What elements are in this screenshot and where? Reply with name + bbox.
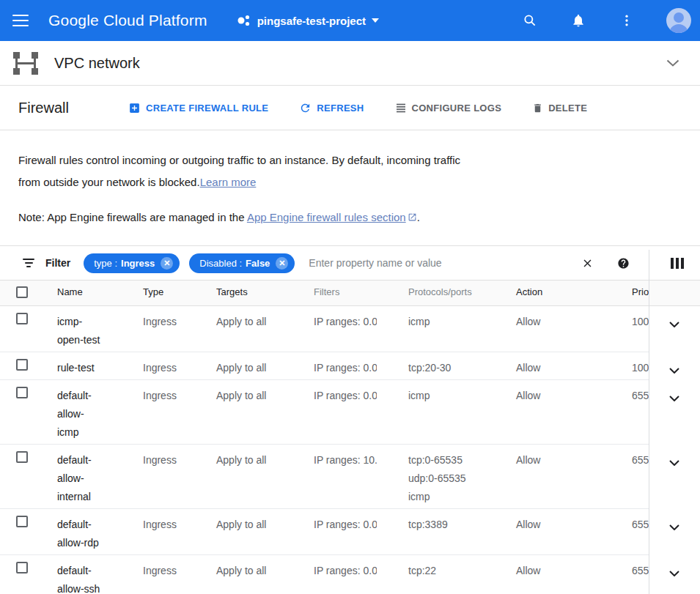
rule-protocols: tcp:20-30: [408, 352, 516, 379]
rule-type: Ingress: [143, 380, 216, 444]
filter-bar: Filter type : Ingress ✕ Disabled : False…: [0, 246, 700, 281]
column-display-icon[interactable]: [671, 258, 684, 269]
account-avatar[interactable]: [666, 8, 691, 33]
rule-filters: IP ranges: 10.128.0.0/9: [314, 451, 377, 469]
app-engine-firewall-link[interactable]: App Engine firewall rules section: [247, 211, 406, 223]
rule-filters: IP ranges: 0.0.0.0/0: [314, 359, 377, 377]
chip-close-icon[interactable]: ✕: [276, 257, 288, 270]
column-header-protocols: Protocols/ports: [408, 281, 516, 305]
rule-name: default-allow-icmp: [57, 387, 104, 442]
rule-name: default-allow-ssh: [57, 562, 104, 594]
rule-priority: 65534: [632, 445, 649, 508]
filter-input[interactable]: [309, 257, 581, 269]
rule-targets: Apply to all: [216, 306, 314, 352]
trash-icon: [532, 102, 543, 114]
delete-button[interactable]: DELETE: [532, 102, 587, 114]
rule-action: Allow: [516, 445, 632, 508]
rule-protocols: tcp:22: [408, 555, 516, 594]
project-selector[interactable]: pingsafe-test-project: [237, 13, 379, 28]
collapse-chevron-icon[interactable]: [666, 59, 679, 67]
row-expand-chevron-icon[interactable]: [669, 391, 679, 404]
filter-chip-type[interactable]: type : Ingress ✕: [84, 253, 180, 273]
firewall-toolbar: Firewall CREATE FIREWALL RULE REFRESH CO…: [0, 86, 700, 130]
column-header-type: Type: [143, 281, 216, 305]
rule-action: Allow: [516, 352, 632, 379]
table-row: rule-test Ingress Apply to all IP ranges…: [0, 352, 700, 380]
rule-priority: 65534: [632, 380, 649, 444]
more-options-icon[interactable]: [618, 12, 635, 29]
project-name: pingsafe-test-project: [257, 15, 366, 27]
table-header-row: Name Type Targets Filters Protocols/port…: [0, 281, 700, 306]
rule-name: default-allow-rdp: [57, 516, 104, 552]
row-expand-chevron-icon[interactable]: [669, 363, 679, 376]
configure-logs-button[interactable]: CONFIGURE LOGS: [395, 102, 502, 114]
table-row: default-allow-rdp Ingress Apply to all I…: [0, 509, 700, 555]
rule-type: Ingress: [143, 352, 216, 379]
filter-label: Filter: [45, 257, 70, 269]
section-header: VPC network: [0, 41, 700, 86]
logs-list-icon: [395, 102, 407, 114]
row-checkbox[interactable]: [16, 451, 28, 463]
chip-value: Ingress: [121, 258, 155, 269]
rule-filters: IP ranges: 0.0.0.0/0: [314, 562, 377, 580]
firewall-rules-panel: Filter type : Ingress ✕ Disabled : False…: [0, 245, 700, 594]
rule-type: Ingress: [143, 555, 216, 594]
row-checkbox[interactable]: [16, 387, 28, 398]
rule-priority: 65534: [632, 509, 649, 554]
note-suffix: .: [417, 211, 420, 223]
rule-action: Allow: [516, 380, 632, 444]
project-icon: [237, 13, 251, 28]
menu-icon[interactable]: [0, 15, 41, 26]
search-icon[interactable]: [521, 12, 539, 29]
row-checkbox[interactable]: [16, 359, 28, 371]
column-header-targets: Targets: [216, 281, 314, 305]
table-row: default-allow-ssh Ingress Apply to all I…: [0, 555, 700, 594]
row-checkbox[interactable]: [16, 562, 28, 573]
rule-filters: IP ranges: 0.0.0.0/0: [314, 516, 377, 534]
rule-targets: Apply to all: [216, 555, 314, 594]
rule-type: Ingress: [143, 445, 216, 508]
select-all-checkbox[interactable]: [16, 286, 28, 298]
row-expand-chevron-icon[interactable]: [669, 566, 679, 579]
rule-protocols: tcp:0-65535 udp:0-65535 icmp: [408, 445, 516, 508]
row-checkbox[interactable]: [16, 516, 28, 527]
learn-more-link[interactable]: Learn more: [200, 176, 257, 188]
rule-priority: 65534: [632, 555, 649, 594]
table-row: default-allow-internal Ingress Apply to …: [0, 445, 700, 509]
clear-filters-icon[interactable]: [581, 257, 594, 270]
refresh-icon: [299, 102, 312, 114]
row-expand-chevron-icon[interactable]: [669, 317, 679, 330]
column-header-name: Name: [57, 281, 143, 305]
page-title: VPC network: [54, 55, 666, 72]
rule-filters: IP ranges: 0.0.0.0/0: [314, 313, 377, 331]
rule-filters: IP ranges: 0.0.0.0/0: [314, 387, 377, 405]
column-header-priority: Priority: [632, 281, 649, 305]
add-box-icon: [128, 102, 141, 114]
rule-name: default-allow-internal: [57, 451, 104, 506]
rule-targets: Apply to all: [216, 445, 314, 508]
filter-chip-disabled[interactable]: Disabled : False ✕: [189, 253, 295, 273]
rule-type: Ingress: [143, 306, 216, 352]
rule-targets: Apply to all: [216, 509, 314, 554]
rule-targets: Apply to all: [216, 352, 314, 379]
open-in-new-icon: [408, 212, 417, 222]
chip-close-icon[interactable]: ✕: [161, 257, 173, 270]
rule-action: Allow: [516, 509, 632, 554]
notifications-bell-icon[interactable]: [570, 12, 587, 29]
toolbar-title: Firewall: [18, 100, 128, 116]
refresh-button[interactable]: REFRESH: [299, 102, 364, 114]
help-icon[interactable]: [617, 257, 630, 270]
top-app-bar: Google Cloud Platform pingsafe-test-proj…: [0, 0, 700, 41]
create-firewall-rule-button[interactable]: CREATE FIREWALL RULE: [128, 102, 268, 114]
table-row: icmp-open-test Ingress Apply to all IP r…: [0, 306, 700, 352]
table-row: default-allow-icmp Ingress Apply to all …: [0, 380, 700, 445]
row-expand-chevron-icon[interactable]: [669, 520, 679, 533]
column-header-filters: Filters: [314, 281, 408, 305]
rule-type: Ingress: [143, 509, 216, 554]
rule-targets: Apply to all: [216, 380, 314, 444]
chip-value: False: [246, 258, 270, 269]
row-expand-chevron-icon[interactable]: [669, 456, 679, 469]
note-text: Note: App Engine firewalls are managed i…: [18, 211, 247, 223]
row-checkbox[interactable]: [16, 313, 28, 324]
rule-name: icmp-open-test: [57, 313, 104, 349]
